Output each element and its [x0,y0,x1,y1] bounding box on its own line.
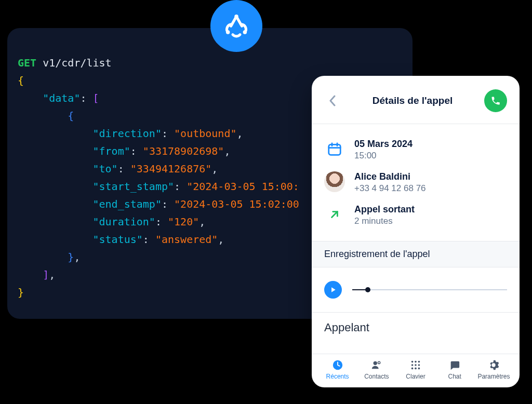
tab-bar: Récents Contacts Clavier Chat Paramètres [312,354,520,387]
webhook-badge [210,0,262,52]
svg-point-10 [411,364,414,366]
play-icon [329,286,337,293]
date-row: 05 Mars 2024 15:00 [324,133,507,166]
recording-section-header: Enregistrement de l'appel [312,241,520,267]
play-button[interactable] [324,281,342,299]
call-date: 05 Mars 2024 [354,139,413,150]
page-title: Détails de l'appel [373,95,453,106]
svg-point-11 [415,364,417,366]
svg-point-7 [411,361,414,363]
contact-name: Alice Baldini [354,171,426,182]
clock-icon [332,359,343,371]
gear-icon [488,359,499,371]
tab-contacts[interactable]: Contacts [357,359,396,380]
svg-point-5 [373,361,377,365]
caller-section-header: Appelant [312,313,520,339]
tab-keypad[interactable]: Clavier [396,359,435,380]
svg-point-13 [411,368,414,370]
keypad-icon [410,359,421,371]
chat-icon [449,359,460,371]
tab-settings[interactable]: Paramètres [474,359,513,380]
contact-row[interactable]: Alice Baldini +33 4 94 12 68 76 [324,166,507,199]
svg-point-15 [418,368,420,370]
svg-point-12 [418,364,420,366]
audio-track[interactable] [352,289,507,290]
tab-label: Paramètres [477,373,510,380]
phone-icon [490,96,501,106]
tab-label: Contacts [364,373,389,380]
contact-number: +33 4 94 12 68 76 [354,183,426,194]
tab-recents[interactable]: Récents [318,359,357,380]
audio-thumb[interactable] [365,287,370,292]
call-time: 15:00 [354,151,413,161]
api-path: v1/cdr/list [43,57,111,69]
contacts-icon [371,359,382,371]
call-info-block: 05 Mars 2024 15:00 Alice Baldini +33 4 9… [312,124,520,241]
call-duration: 2 minutes [354,216,415,226]
outgoing-arrow-icon [324,204,345,225]
svg-point-9 [418,361,420,363]
tab-label: Clavier [406,373,425,380]
chevron-left-icon [329,95,336,106]
call-details-card: Détails de l'appel 05 Mars 2024 15:00 Al… [312,76,520,387]
svg-point-6 [378,361,380,363]
tab-label: Récents [326,373,349,380]
svg-point-14 [415,368,417,370]
tab-label: Chat [448,373,461,380]
svg-rect-3 [329,144,341,155]
tab-chat[interactable]: Chat [435,359,474,380]
call-type-row: Appel sortant 2 minutes [324,199,507,232]
webhook-icon [222,10,251,42]
call-button[interactable] [484,89,507,112]
phone-header: Détails de l'appel [312,76,520,124]
back-button[interactable] [324,92,341,109]
http-method: GET [18,57,36,69]
audio-player [312,267,520,312]
calendar-icon [324,139,345,159]
call-type: Appel sortant [354,204,415,215]
svg-point-8 [415,361,417,363]
avatar [324,171,345,192]
